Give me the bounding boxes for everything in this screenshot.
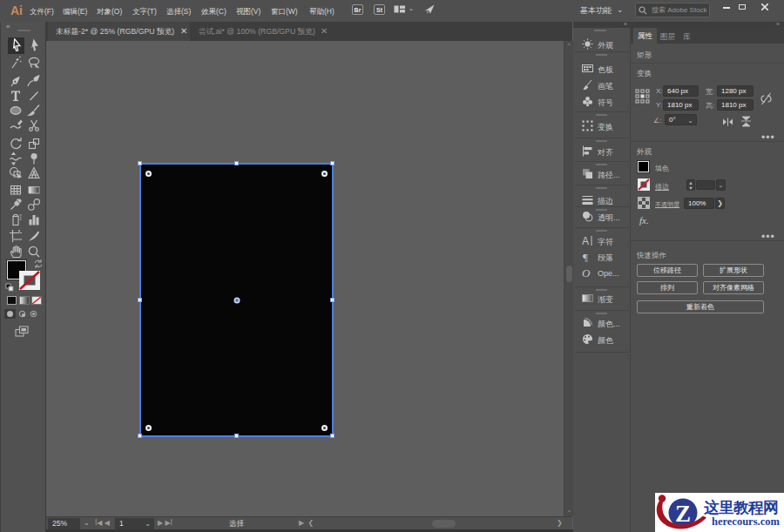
svg-text:O: O xyxy=(582,267,591,279)
svg-text:Z: Z xyxy=(675,501,691,527)
svg-text:A: A xyxy=(582,235,589,246)
svg-text:¶: ¶ xyxy=(583,251,588,262)
